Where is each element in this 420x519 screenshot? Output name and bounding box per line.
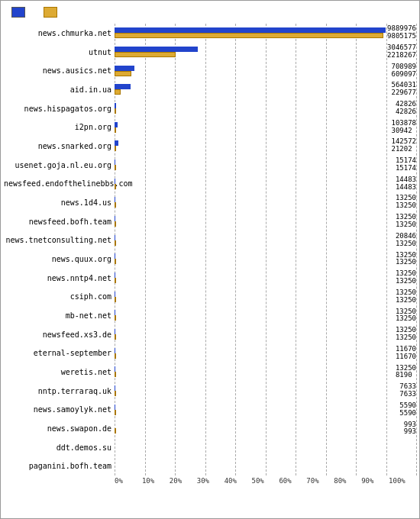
row-label: csiph.com bbox=[4, 292, 115, 301]
bars-and-values: 76337633 bbox=[115, 382, 416, 401]
chart-container: news.chmurka.net98899769805175utnut30465… bbox=[0, 0, 420, 519]
table-row: utnut30465772218267 bbox=[4, 43, 416, 62]
bar-group bbox=[115, 156, 394, 175]
rejected-value: 2218267 bbox=[387, 52, 416, 60]
bar-group bbox=[115, 343, 394, 363]
value-labels: 564031229677 bbox=[391, 82, 416, 97]
bars-and-values: 993993 bbox=[115, 419, 416, 438]
table-row: news.samoylyk.net55905590 bbox=[4, 400, 416, 419]
table-row: news.hispagatos.org4282642826 bbox=[4, 99, 416, 118]
row-label: nntp.terraraq.uk bbox=[4, 387, 115, 395]
value-labels: 708989609097 bbox=[391, 63, 416, 79]
bar-group bbox=[115, 456, 416, 475]
bar-group bbox=[115, 118, 389, 137]
bar-group bbox=[115, 230, 394, 250]
table-row: eternal-september1167011670 bbox=[4, 343, 416, 363]
rows-area: news.chmurka.net98899769805175utnut30465… bbox=[4, 24, 416, 475]
value-labels: 30465772218267 bbox=[387, 44, 416, 60]
x-tick: 100% bbox=[389, 477, 416, 485]
rejected-value: 993 bbox=[404, 428, 416, 436]
row-label: newsfeed.endofthelinebbs.com bbox=[4, 179, 115, 188]
bar-group bbox=[115, 419, 402, 438]
table-row: news.quux.org1325013250 bbox=[4, 250, 416, 269]
row-label: paganini.bofh.team bbox=[4, 462, 115, 470]
chart-area: news.chmurka.net98899769805175utnut30465… bbox=[4, 24, 416, 488]
table-row: weretis.net132508190 bbox=[4, 363, 416, 382]
bar-rejected bbox=[115, 428, 116, 434]
bars-and-values: 1517415174 bbox=[115, 156, 416, 175]
bars-and-values: 1325013250 bbox=[115, 325, 416, 344]
value-labels: 1325013250 bbox=[396, 270, 416, 285]
x-tick: 70% bbox=[306, 477, 334, 485]
bar-rejected bbox=[115, 221, 116, 227]
table-row: nntp.terraraq.uk76337633 bbox=[4, 382, 416, 401]
bar-accepted bbox=[115, 179, 115, 184]
legend-rejected-box bbox=[44, 7, 57, 18]
bar-accepted bbox=[115, 140, 118, 146]
value-labels: 2084613250 bbox=[396, 233, 416, 248]
row-label: news.nntp4.net bbox=[4, 274, 115, 282]
bar-rejected bbox=[115, 259, 116, 264]
bars-and-values: 1448314483 bbox=[115, 174, 416, 193]
value-labels: 10387830942 bbox=[391, 120, 416, 135]
row-label: newsfeed.bofh.team bbox=[4, 218, 115, 226]
table-row: mb-net.net1325013250 bbox=[4, 306, 416, 325]
bar-rejected bbox=[115, 127, 116, 133]
value-labels: 1325013250 bbox=[396, 214, 416, 229]
table-row: newsfeed.xs3.de1325013250 bbox=[4, 325, 416, 344]
bars-and-values: 1167011670 bbox=[115, 343, 416, 363]
row-label: usenet.goja.nl.eu.org bbox=[4, 161, 115, 169]
table-row: news.chmurka.net98899769805175 bbox=[4, 24, 416, 43]
bar-rejected bbox=[115, 146, 116, 151]
table-row: paganini.bofh.team bbox=[4, 456, 416, 475]
row-label: eternal-september bbox=[4, 349, 115, 357]
rejected-value: 13250 bbox=[396, 278, 416, 285]
rejected-value: 7633 bbox=[399, 391, 416, 398]
table-row: news.1d4.us1325013250 bbox=[4, 193, 416, 212]
bars-and-values bbox=[115, 438, 416, 457]
table-row: ddt.demos.su bbox=[4, 438, 416, 457]
bar-rejected bbox=[115, 353, 116, 359]
bar-group bbox=[115, 61, 389, 80]
table-row: csiph.com1325013250 bbox=[4, 287, 416, 306]
bar-accepted bbox=[115, 66, 134, 71]
x-tick: 50% bbox=[252, 477, 279, 485]
bar-group bbox=[115, 269, 394, 288]
x-tick: 0% bbox=[115, 477, 142, 485]
bar-accepted bbox=[115, 103, 116, 108]
rejected-value: 30942 bbox=[391, 127, 416, 135]
bar-group bbox=[115, 24, 386, 43]
rejected-value: 42826 bbox=[396, 108, 416, 116]
bar-accepted bbox=[115, 84, 131, 89]
bar-rejected bbox=[115, 184, 116, 189]
bars-and-values: 1325013250 bbox=[115, 306, 416, 325]
bar-rejected bbox=[115, 165, 116, 170]
bars-and-values: 1325013250 bbox=[115, 212, 416, 231]
bars-and-values: 98899769805175 bbox=[115, 24, 416, 43]
bar-group bbox=[115, 43, 386, 62]
rejected-value: 13250 bbox=[396, 240, 416, 248]
value-labels: 1325013250 bbox=[396, 308, 416, 324]
row-label: news.snarked.org bbox=[4, 142, 115, 150]
rejected-value: 13250 bbox=[396, 297, 416, 305]
table-row: newsfeed.endofthelinebbs.com1448314483 bbox=[4, 174, 416, 193]
legend bbox=[11, 7, 416, 18]
x-tick: 80% bbox=[334, 477, 361, 485]
bar-accepted bbox=[115, 160, 115, 165]
bars-and-values: 1325013250 bbox=[115, 287, 416, 306]
x-tick: 20% bbox=[170, 477, 197, 485]
table-row: news.swapon.de993993 bbox=[4, 419, 416, 438]
row-label: i2pn.org bbox=[4, 123, 115, 131]
bar-group bbox=[115, 287, 394, 306]
rejected-value: 11670 bbox=[396, 353, 416, 361]
bar-rejected bbox=[115, 89, 121, 95]
bar-group bbox=[115, 363, 394, 382]
bar-group bbox=[115, 306, 394, 325]
row-label: ddt.demos.su bbox=[4, 443, 115, 452]
bar-accepted bbox=[115, 235, 115, 240]
value-labels: 98899769805175 bbox=[387, 25, 416, 40]
value-labels: 1325013250 bbox=[396, 327, 416, 342]
bar-rejected bbox=[115, 334, 116, 340]
bar-rejected bbox=[115, 297, 116, 302]
row-label: news.samoylyk.net bbox=[4, 405, 115, 414]
